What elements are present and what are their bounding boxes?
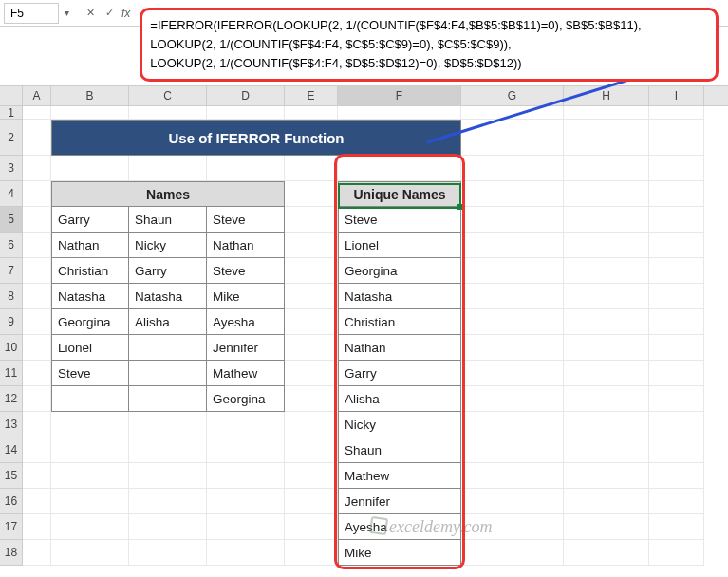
- cell[interactable]: [461, 463, 564, 489]
- cell[interactable]: [564, 207, 649, 233]
- cell[interactable]: [461, 106, 564, 120]
- cell[interactable]: [285, 386, 338, 412]
- col-header[interactable]: F: [338, 86, 461, 105]
- names-cell[interactable]: Garry: [51, 207, 129, 233]
- row-header[interactable]: 5: [0, 207, 23, 233]
- cell[interactable]: [23, 437, 51, 463]
- names-cell[interactable]: [207, 463, 285, 489]
- cell[interactable]: [649, 120, 704, 156]
- cell[interactable]: [461, 540, 564, 566]
- names-cell[interactable]: [51, 106, 129, 120]
- cell[interactable]: [23, 463, 51, 489]
- row-header[interactable]: 12: [0, 386, 23, 412]
- cell[interactable]: [23, 540, 51, 566]
- names-cell[interactable]: [51, 437, 129, 463]
- cell[interactable]: [461, 258, 564, 284]
- cell[interactable]: [564, 335, 649, 361]
- cell[interactable]: [649, 335, 704, 361]
- cell[interactable]: [23, 120, 51, 156]
- cell[interactable]: [564, 489, 649, 514]
- cell[interactable]: [649, 284, 704, 309]
- unique-cell[interactable]: Mike: [338, 540, 461, 566]
- col-header[interactable]: G: [461, 86, 564, 105]
- names-header[interactable]: Names: [51, 181, 285, 207]
- unique-cell[interactable]: Christian: [338, 309, 461, 335]
- names-cell[interactable]: [207, 514, 285, 540]
- cell[interactable]: [285, 156, 338, 181]
- cell[interactable]: [461, 284, 564, 309]
- names-cell[interactable]: [129, 540, 207, 566]
- row-header[interactable]: 11: [0, 361, 23, 386]
- cell[interactable]: [285, 106, 338, 120]
- names-cell[interactable]: [129, 335, 207, 361]
- row-header[interactable]: 13: [0, 412, 23, 437]
- names-cell[interactable]: Shaun: [129, 207, 207, 233]
- cell[interactable]: [23, 233, 51, 258]
- unique-cell[interactable]: Lionel: [338, 233, 461, 258]
- row-header[interactable]: 6: [0, 233, 23, 258]
- names-cell[interactable]: [129, 106, 207, 120]
- cell[interactable]: [649, 437, 704, 463]
- cell[interactable]: [461, 233, 564, 258]
- cell[interactable]: [564, 106, 649, 120]
- cell[interactable]: [285, 361, 338, 386]
- cell[interactable]: [649, 489, 704, 514]
- cell[interactable]: [564, 463, 649, 489]
- names-cell[interactable]: [207, 106, 285, 120]
- cell[interactable]: [564, 233, 649, 258]
- cell[interactable]: [564, 309, 649, 335]
- col-header[interactable]: C: [129, 86, 207, 105]
- names-cell[interactable]: Georgina: [51, 309, 129, 335]
- cell[interactable]: [23, 258, 51, 284]
- col-header[interactable]: D: [207, 86, 285, 105]
- cell[interactable]: [461, 335, 564, 361]
- cell[interactable]: [23, 335, 51, 361]
- names-cell[interactable]: [207, 156, 285, 181]
- cell[interactable]: [649, 233, 704, 258]
- confirm-icon[interactable]: ✓: [101, 5, 118, 22]
- cancel-icon[interactable]: ✕: [82, 5, 99, 22]
- cell[interactable]: [564, 258, 649, 284]
- cell[interactable]: [285, 412, 338, 437]
- names-cell[interactable]: Jennifer: [207, 335, 285, 361]
- names-cell[interactable]: [129, 156, 207, 181]
- row-header[interactable]: 3: [0, 156, 23, 181]
- names-cell[interactable]: [129, 463, 207, 489]
- cell[interactable]: [23, 156, 51, 181]
- title-cell[interactable]: Use of IFERROR Function: [51, 120, 461, 156]
- names-cell[interactable]: Mathew: [207, 361, 285, 386]
- cell[interactable]: [649, 207, 704, 233]
- cell[interactable]: [649, 156, 704, 181]
- names-cell[interactable]: [129, 489, 207, 514]
- cell[interactable]: [649, 412, 704, 437]
- cell[interactable]: [285, 514, 338, 540]
- names-cell[interactable]: Steve: [207, 207, 285, 233]
- cell[interactable]: [461, 437, 564, 463]
- cell[interactable]: [285, 284, 338, 309]
- cell[interactable]: [564, 514, 649, 540]
- cell[interactable]: [23, 207, 51, 233]
- fx-icon[interactable]: fx: [121, 7, 130, 20]
- cell[interactable]: [285, 540, 338, 566]
- row-header[interactable]: 1: [0, 106, 23, 120]
- names-cell[interactable]: [129, 361, 207, 386]
- cell[interactable]: [285, 335, 338, 361]
- col-header[interactable]: B: [51, 86, 129, 105]
- cell[interactable]: [23, 489, 51, 514]
- cell[interactable]: [23, 361, 51, 386]
- unique-cell[interactable]: Nicky: [338, 412, 461, 437]
- names-cell[interactable]: [207, 540, 285, 566]
- cell[interactable]: [461, 207, 564, 233]
- row-header[interactable]: 15: [0, 463, 23, 489]
- names-cell[interactable]: [51, 156, 129, 181]
- row-header[interactable]: 16: [0, 489, 23, 514]
- names-cell[interactable]: [129, 412, 207, 437]
- cell[interactable]: [285, 233, 338, 258]
- row-header[interactable]: 10: [0, 335, 23, 361]
- cell[interactable]: [649, 463, 704, 489]
- cell[interactable]: [285, 309, 338, 335]
- cell[interactable]: [564, 120, 649, 156]
- cell[interactable]: [649, 361, 704, 386]
- names-cell[interactable]: [51, 412, 129, 437]
- names-cell[interactable]: [51, 386, 129, 412]
